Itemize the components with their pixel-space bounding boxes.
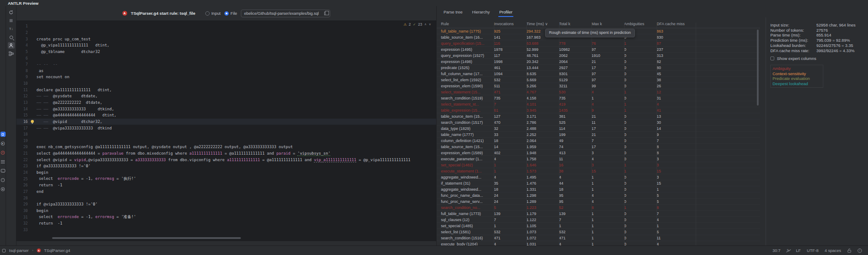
line-number[interactable]: 21: [16, 151, 28, 156]
line-number[interactable]: 7: [16, 62, 28, 66]
line-number[interactable]: 9: [16, 75, 28, 79]
code-line[interactable]: 13—— —— @a2222222222 dtdate,: [16, 99, 436, 106]
code-line[interactable]: 21select @a4444444444444444 = paravalue …: [16, 150, 436, 157]
code-line[interactable]: 9set nocount on: [16, 74, 436, 80]
refresh-button[interactable]: [8, 9, 15, 16]
column-header[interactable]: Ambiguities: [624, 22, 657, 26]
run-tool-icon[interactable]: ▶: [0, 141, 6, 146]
terminal-tool-icon[interactable]: >_: [0, 168, 6, 173]
file-radio[interactable]: File: [224, 11, 237, 16]
column-header[interactable]: Time (ms) ∨: [526, 22, 559, 26]
code-area[interactable]: 123create proc up_com_test4 @p_vipa11111…: [16, 20, 436, 233]
code-editor[interactable]: 123create proc up_com_test4 @p_vipa11111…: [16, 20, 436, 241]
input-file-path[interactable]: ebelice/Github/tsql-parser/examples/big.…: [244, 11, 322, 16]
unlock-icon[interactable]: [847, 248, 852, 253]
line-number[interactable]: 22: [16, 158, 28, 162]
line-number[interactable]: 2: [16, 30, 28, 35]
line-number[interactable]: 24: [16, 170, 28, 175]
profiler-table-header[interactable]: RuleInvocationsTime (ms) ∨Total kMax kAm…: [437, 17, 760, 28]
code-line[interactable]: 30begin: [16, 208, 436, 214]
code-line[interactable]: 4 @p_vipa1111111111111 dtint,: [16, 42, 436, 49]
horizontal-scrollbar[interactable]: [52, 237, 241, 239]
table-row[interactable]: select_list_elem (1592)6326.669612997038: [437, 77, 760, 83]
readonly-pen-icon[interactable]: ✎: [786, 248, 790, 253]
table-row[interactable]: execute_parameter (1...41.75811403: [437, 156, 760, 162]
table-row[interactable]: sql_clauses (12)71.1227104: [437, 217, 760, 223]
code-line[interactable]: 32 return -1: [16, 220, 436, 227]
code-line[interactable]: 23if @a333333333333 !='0': [16, 163, 436, 169]
code-line[interactable]: 12—— —— @sysdate dtdate,: [16, 93, 436, 99]
column-header[interactable]: Invocations: [494, 22, 526, 26]
table-row[interactable]: query_expression (1527)11748.76120621910…: [437, 53, 760, 59]
code-line[interactable]: 5 @p_tblname dtchar32: [16, 49, 436, 55]
next-problem-icon[interactable]: ∨: [429, 23, 431, 26]
code-line[interactable]: 19: [16, 138, 436, 144]
code-line[interactable]: 24begin: [16, 169, 436, 176]
code-line[interactable]: 29if @vipa333333333333 !='0': [16, 201, 436, 208]
code-line[interactable]: 14—— —— @a333333333333 dtkind,: [16, 106, 436, 112]
profiler-toggle-button[interactable]: [8, 42, 15, 49]
line-number[interactable]: 25: [16, 177, 28, 181]
code-line[interactable]: 25 select errorcode = -1, errormsg = '执行…: [16, 176, 436, 182]
line-number[interactable]: 28: [16, 196, 28, 200]
stop-button[interactable]: [8, 17, 15, 24]
code-line[interactable]: 3create proc up_com_test: [16, 36, 436, 42]
services-tool-icon[interactable]: [0, 159, 6, 164]
table-row[interactable]: table_source_item (15...141.959741708: [437, 144, 760, 150]
hierarchy-button[interactable]: [8, 50, 15, 57]
file-radio-circle[interactable]: [224, 11, 229, 16]
table-row[interactable]: expression (1495)197852.99910982970237: [437, 46, 760, 53]
table-row[interactable]: full_table_name (1773)1391.179139107: [437, 211, 760, 217]
line-number[interactable]: 32: [16, 221, 28, 225]
table-vertical-scrollbar[interactable]: [757, 30, 759, 106]
table-row[interactable]: execute_body (1204)41.0314104: [437, 241, 760, 245]
code-line[interactable]: 31 select errorcode = -1, errormsg = '准备…: [16, 214, 436, 220]
code-line[interactable]: 33: [16, 227, 436, 233]
table-row[interactable]: search_condition_no...51.22352818: [437, 205, 760, 211]
table-row[interactable]: func_proc_name_data...241.29895405: [437, 192, 760, 199]
line-number[interactable]: 33: [16, 228, 28, 232]
code-line[interactable]: 15—— —— @a4444444444444444 dtint,: [16, 112, 436, 119]
settings-tool-icon[interactable]: [0, 186, 6, 192]
table-row[interactable]: data_type (1829)322.48811417014: [437, 126, 760, 132]
code-line[interactable]: 7-- -- --: [16, 61, 436, 68]
line-number[interactable]: 15: [16, 113, 28, 117]
typo-count[interactable]: 23: [418, 22, 422, 26]
encoding[interactable]: UTF-8: [807, 248, 819, 253]
column-header[interactable]: Total k: [559, 22, 592, 26]
line-number[interactable]: 30: [16, 209, 28, 213]
table-row[interactable]: table_name (1777)332.2521992109: [437, 132, 760, 138]
code-line[interactable]: 1: [16, 23, 436, 30]
line-number[interactable]: 26: [16, 183, 28, 187]
input-radio-circle[interactable]: [205, 11, 210, 16]
line-number[interactable]: 1: [16, 24, 28, 28]
line-ending[interactable]: LF: [796, 248, 801, 253]
notifications-icon[interactable]: !: [858, 248, 862, 253]
tab-hierarchy[interactable]: Hierarchy: [471, 7, 491, 17]
table-row[interactable]: column_definition (1421)182.06449707: [437, 138, 760, 144]
table-row[interactable]: select_statement (15...4714.7675304112: [437, 89, 760, 95]
line-number[interactable]: 19: [16, 139, 28, 143]
indent-setting[interactable]: 4 spaces: [825, 248, 841, 253]
line-number[interactable]: 3: [16, 37, 28, 41]
code-line[interactable]: 27end: [16, 189, 436, 195]
line-number[interactable]: 27: [16, 189, 28, 194]
line-number[interactable]: 16: [16, 119, 28, 124]
table-row[interactable]: aggregate_windowed...181.33118101: [437, 186, 760, 192]
line-number[interactable]: 17: [16, 126, 28, 130]
antlr-preview-tool-icon[interactable]: [0, 132, 6, 137]
line-number[interactable]: 29: [16, 202, 28, 206]
table-row[interactable]: set_special (1485)11.1051101: [437, 223, 760, 229]
table-row[interactable]: table_source_item (15...1273.17138121013: [437, 113, 760, 119]
line-number[interactable]: 13: [16, 100, 28, 105]
line-number[interactable]: 23: [16, 164, 28, 168]
intention-bulb-icon[interactable]: [31, 120, 34, 123]
code-line[interactable]: 11declare @a1111111111111 dtint,: [16, 86, 436, 93]
show-expert-columns-option[interactable]: Show expert columns: [770, 56, 868, 61]
breadcrumb-project[interactable]: tsql-parser: [9, 248, 29, 253]
line-number[interactable]: 8: [16, 69, 28, 73]
table-row[interactable]: if_statement (31)351.476441015: [437, 180, 760, 186]
column-header[interactable]: Rule: [441, 22, 494, 26]
table-row[interactable]: expression_elem (1589)4021.948413308: [437, 150, 760, 156]
column-header[interactable]: Max k: [592, 22, 624, 26]
